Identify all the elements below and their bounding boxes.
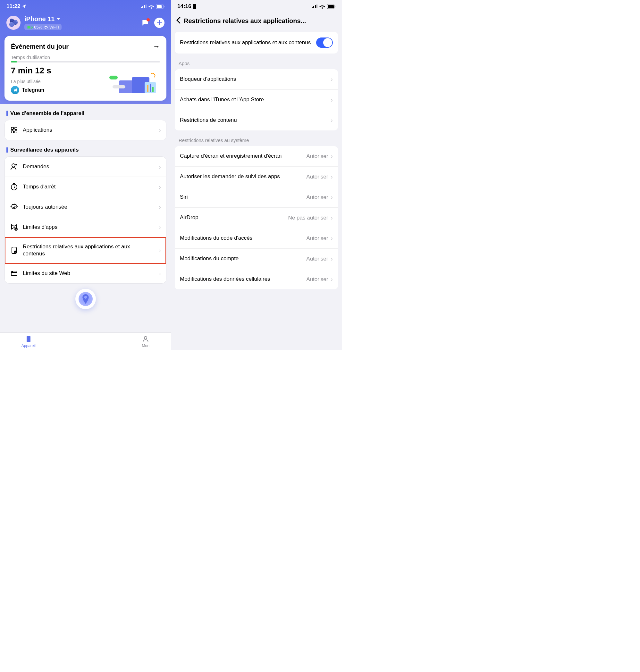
system-row[interactable]: Modifications des données cellulaires Au… — [175, 269, 338, 289]
arrow-right-icon: → — [153, 42, 160, 51]
svg-rect-15 — [152, 87, 154, 92]
svg-point-29 — [144, 337, 147, 339]
system-row[interactable]: AirDrop Ne pas autoriser › — [175, 208, 338, 228]
battery-icon — [327, 4, 335, 9]
restrictions-toggle-row: Restrictions relatives aux applications … — [175, 32, 338, 54]
monitoring-row[interactable]: Toujours autorisée › — [5, 197, 166, 217]
svg-rect-33 — [315, 5, 316, 8]
monitoring-row[interactable]: Limites d'apps › — [5, 217, 166, 237]
monitoring-row[interactable]: Limites du site Web › — [5, 264, 166, 283]
back-button[interactable] — [176, 16, 180, 26]
add-button[interactable] — [154, 18, 164, 28]
apps-row[interactable]: Bloqueur d'applications › — [175, 69, 338, 90]
row-icon — [10, 223, 18, 232]
monitoring-row[interactable]: Demandes › — [5, 157, 166, 177]
device-status: 65% Wi-Fi — [24, 24, 61, 30]
svg-rect-36 — [328, 5, 334, 8]
svg-rect-19 — [15, 127, 17, 130]
location-icon — [21, 4, 27, 9]
avatar[interactable]: 🫐 — [6, 16, 20, 30]
profile-header: 🫐 iPhone 11 65% Wi-Fi — [0, 12, 171, 36]
row-icon — [10, 246, 18, 254]
svg-rect-1 — [142, 6, 143, 8]
apps-row[interactable]: Restrictions de contenu › — [175, 110, 338, 131]
chevron-right-icon: › — [331, 235, 333, 242]
section-overview: Vue d'ensemble de l'appareil — [0, 104, 171, 120]
svg-rect-20 — [11, 131, 13, 133]
tab-my[interactable]: Mon — [142, 335, 149, 348]
row-label: Capture d'écran et enregistrement d'écra… — [180, 152, 306, 160]
chevron-right-icon: › — [159, 183, 161, 191]
row-label: Modifications du compte — [180, 255, 306, 262]
svg-rect-31 — [312, 7, 312, 8]
svg-rect-6 — [164, 6, 164, 8]
chevron-right-icon: › — [331, 173, 333, 180]
row-label: Demandes — [23, 163, 154, 170]
svg-rect-0 — [141, 7, 142, 8]
row-label: Modifications des données cellulaires — [180, 275, 306, 283]
wifi-icon — [148, 4, 154, 9]
notification-badge — [147, 18, 150, 21]
row-label: Toujours autorisée — [23, 204, 154, 211]
system-row[interactable]: Siri Autoriser › — [175, 187, 338, 208]
svg-rect-30 — [193, 4, 196, 9]
signal-icon — [141, 4, 147, 8]
system-row[interactable]: Capture d'écran et enregistrement d'écra… — [175, 146, 338, 167]
event-card[interactable]: Événement du jour → Temps d'utilisation … — [4, 36, 166, 101]
row-icon — [10, 163, 18, 171]
row-value: Ne pas autoriser — [288, 215, 328, 221]
chevron-right-icon: › — [331, 214, 333, 221]
svg-rect-5 — [157, 5, 162, 8]
row-label: Autoriser les demander de suivi des apps — [180, 173, 306, 180]
chevron-right-icon: › — [159, 126, 161, 134]
group-system: Restrictions relatives au système — [171, 135, 342, 146]
restrictions-toggle[interactable] — [316, 38, 333, 48]
plus-icon — [157, 20, 162, 25]
row-value: Autoriser — [306, 194, 328, 200]
system-row[interactable]: Modifications du compte Autoriser › — [175, 249, 338, 269]
monitoring-row[interactable]: Temps d'arrêt › — [5, 177, 166, 197]
chevron-right-icon: › — [159, 163, 161, 170]
row-label: Modifications du code d'accès — [180, 235, 306, 242]
usage-progress — [11, 61, 160, 62]
applications-row[interactable]: Applications › — [5, 120, 166, 140]
svg-rect-8 — [28, 26, 30, 28]
row-label: Bloqueur d'applications — [180, 76, 331, 83]
chevron-right-icon: › — [159, 247, 161, 254]
apps-row[interactable]: Achats dans l'iTunes et l'App Store › — [175, 90, 338, 110]
row-label: Limites d'apps — [23, 224, 154, 231]
monitoring-row[interactable]: Restrictions relatives aux applications … — [5, 237, 166, 264]
telegram-icon — [11, 86, 19, 94]
chevron-right-icon: › — [159, 204, 161, 211]
row-value: Autoriser — [306, 153, 328, 160]
chevron-right-icon: › — [331, 117, 333, 124]
row-value: Autoriser — [306, 235, 328, 242]
row-value: Autoriser — [306, 174, 328, 180]
svg-rect-3 — [146, 4, 147, 8]
system-row[interactable]: Autoriser les demander de suivi des apps… — [175, 167, 338, 187]
usage-label: Temps d'utilisation — [11, 55, 160, 60]
battery-icon — [156, 4, 164, 9]
location-fab[interactable] — [75, 289, 96, 309]
status-bar: 14:16 — [171, 0, 342, 12]
device-icon — [25, 335, 32, 343]
device-name-dropdown[interactable]: iPhone 11 — [24, 15, 61, 23]
card-icon — [192, 4, 197, 9]
status-bar: 11:22 — [0, 0, 171, 12]
apps-icon — [10, 126, 18, 134]
svg-rect-13 — [147, 85, 148, 92]
system-row[interactable]: Modifications du code d'accès Autoriser … — [175, 228, 338, 249]
svg-rect-28 — [27, 336, 30, 342]
row-value: Autoriser — [306, 256, 328, 262]
svg-rect-17 — [113, 85, 125, 88]
svg-rect-37 — [335, 6, 335, 8]
chevron-left-icon — [176, 17, 180, 24]
signal-icon — [312, 4, 317, 8]
row-label: Limites du site Web — [23, 270, 154, 277]
chat-button[interactable] — [140, 18, 150, 28]
tab-device[interactable]: Appareil — [21, 335, 35, 348]
chevron-right-icon: › — [331, 96, 333, 104]
event-title: Événement du jour — [11, 43, 69, 50]
pin-icon — [82, 294, 90, 304]
row-icon — [10, 203, 18, 211]
